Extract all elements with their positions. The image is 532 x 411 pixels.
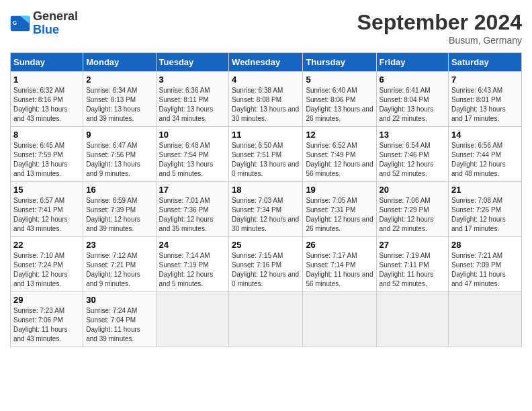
calendar-cell — [229, 292, 303, 347]
svg-text:G: G — [13, 19, 17, 26]
day-info: Sunrise: 7:01 AMSunset: 7:36 PMDaylight:… — [159, 196, 226, 234]
calendar-table: SundayMondayTuesdayWednesdayThursdayFrid… — [10, 52, 522, 347]
day-info: Sunrise: 7:24 AMSunset: 7:04 PMDaylight:… — [86, 306, 152, 344]
day-number: 27 — [380, 240, 446, 250]
calendar-cell: 14Sunrise: 6:56 AMSunset: 7:44 PMDayligh… — [449, 127, 522, 182]
day-number: 3 — [159, 75, 226, 85]
calendar-cell: 4Sunrise: 6:38 AMSunset: 8:08 PMDaylight… — [229, 72, 303, 127]
calendar-cell: 26Sunrise: 7:17 AMSunset: 7:14 PMDayligh… — [303, 237, 376, 292]
calendar-cell: 19Sunrise: 7:05 AMSunset: 7:31 PMDayligh… — [303, 182, 376, 237]
day-info: Sunrise: 6:43 AMSunset: 8:01 PMDaylight:… — [451, 86, 519, 124]
calendar-header-row: SundayMondayTuesdayWednesdayThursdayFrid… — [11, 53, 522, 72]
day-info: Sunrise: 6:40 AMSunset: 8:06 PMDaylight:… — [306, 86, 373, 124]
calendar-week-row: 15Sunrise: 6:57 AMSunset: 7:41 PMDayligh… — [11, 182, 522, 237]
day-info: Sunrise: 7:10 AMSunset: 7:24 PMDaylight:… — [13, 251, 80, 289]
day-info: Sunrise: 7:06 AMSunset: 7:29 PMDaylight:… — [380, 196, 446, 234]
day-number: 9 — [86, 130, 152, 140]
calendar-cell: 3Sunrise: 6:36 AMSunset: 8:11 PMDaylight… — [156, 72, 229, 127]
day-number: 11 — [232, 130, 300, 140]
day-info: Sunrise: 6:50 AMSunset: 7:51 PMDaylight:… — [232, 141, 300, 179]
day-info: Sunrise: 6:34 AMSunset: 8:13 PMDaylight:… — [86, 86, 152, 124]
day-info: Sunrise: 7:05 AMSunset: 7:31 PMDaylight:… — [306, 196, 373, 234]
day-number: 25 — [232, 240, 300, 250]
calendar-cell — [376, 292, 449, 347]
day-info: Sunrise: 6:38 AMSunset: 8:08 PMDaylight:… — [232, 86, 300, 124]
day-number: 20 — [380, 185, 446, 195]
day-number: 15 — [13, 185, 80, 195]
day-info: Sunrise: 6:48 AMSunset: 7:54 PMDaylight:… — [159, 141, 226, 179]
month-title: September 2024 — [357, 10, 522, 35]
day-number: 12 — [306, 130, 373, 140]
calendar-cell — [449, 292, 522, 347]
day-number: 17 — [159, 185, 226, 195]
day-number: 29 — [13, 295, 80, 305]
calendar-cell: 2Sunrise: 6:34 AMSunset: 8:13 PMDaylight… — [83, 72, 156, 127]
day-number: 7 — [451, 75, 519, 85]
calendar-cell — [303, 292, 376, 347]
calendar-cell: 16Sunrise: 6:59 AMSunset: 7:39 PMDayligh… — [83, 182, 156, 237]
calendar-cell: 30Sunrise: 7:24 AMSunset: 7:04 PMDayligh… — [83, 292, 156, 347]
logo-general: General — [33, 10, 78, 24]
calendar-cell: 12Sunrise: 6:52 AMSunset: 7:49 PMDayligh… — [303, 127, 376, 182]
weekday-header: Saturday — [449, 53, 522, 72]
calendar-cell: 7Sunrise: 6:43 AMSunset: 8:01 PMDaylight… — [449, 72, 522, 127]
weekday-header: Thursday — [303, 53, 376, 72]
calendar-cell: 23Sunrise: 7:12 AMSunset: 7:21 PMDayligh… — [83, 237, 156, 292]
page-header: G General Blue September 2024 Busum, Ger… — [10, 10, 522, 46]
day-info: Sunrise: 7:12 AMSunset: 7:21 PMDaylight:… — [86, 251, 152, 289]
calendar-week-row: 22Sunrise: 7:10 AMSunset: 7:24 PMDayligh… — [11, 237, 522, 292]
day-info: Sunrise: 6:36 AMSunset: 8:11 PMDaylight:… — [159, 86, 226, 124]
location: Busum, Germany — [357, 35, 522, 46]
logo-icon: G — [10, 13, 30, 34]
day-number: 24 — [159, 240, 226, 250]
day-info: Sunrise: 6:59 AMSunset: 7:39 PMDaylight:… — [86, 196, 152, 234]
day-info: Sunrise: 7:23 AMSunset: 7:06 PMDaylight:… — [13, 306, 80, 344]
day-info: Sunrise: 7:14 AMSunset: 7:19 PMDaylight:… — [159, 251, 226, 289]
weekday-header: Tuesday — [156, 53, 229, 72]
calendar-cell: 8Sunrise: 6:45 AMSunset: 7:59 PMDaylight… — [11, 127, 83, 182]
day-info: Sunrise: 6:56 AMSunset: 7:44 PMDaylight:… — [451, 141, 519, 179]
weekday-header: Sunday — [11, 53, 83, 72]
day-info: Sunrise: 6:54 AMSunset: 7:46 PMDaylight:… — [380, 141, 446, 179]
calendar-cell: 25Sunrise: 7:15 AMSunset: 7:16 PMDayligh… — [229, 237, 303, 292]
logo-blue: Blue — [33, 24, 78, 37]
day-info: Sunrise: 7:21 AMSunset: 7:09 PMDaylight:… — [451, 251, 519, 289]
day-number: 13 — [380, 130, 446, 140]
day-number: 26 — [306, 240, 373, 250]
calendar-cell: 10Sunrise: 6:48 AMSunset: 7:54 PMDayligh… — [156, 127, 229, 182]
calendar-cell: 28Sunrise: 7:21 AMSunset: 7:09 PMDayligh… — [449, 237, 522, 292]
logo-text: General Blue — [33, 10, 78, 37]
calendar-week-row: 8Sunrise: 6:45 AMSunset: 7:59 PMDaylight… — [11, 127, 522, 182]
calendar-cell: 29Sunrise: 7:23 AMSunset: 7:06 PMDayligh… — [11, 292, 83, 347]
title-section: September 2024 Busum, Germany — [357, 10, 522, 46]
day-info: Sunrise: 7:17 AMSunset: 7:14 PMDaylight:… — [306, 251, 373, 289]
calendar-cell: 22Sunrise: 7:10 AMSunset: 7:24 PMDayligh… — [11, 237, 83, 292]
day-number: 5 — [306, 75, 373, 85]
calendar-cell: 20Sunrise: 7:06 AMSunset: 7:29 PMDayligh… — [376, 182, 449, 237]
day-number: 21 — [451, 185, 519, 195]
day-number: 1 — [13, 75, 80, 85]
day-number: 16 — [86, 185, 152, 195]
day-number: 30 — [86, 295, 152, 305]
day-number: 23 — [86, 240, 152, 250]
day-number: 2 — [86, 75, 152, 85]
day-info: Sunrise: 6:32 AMSunset: 8:16 PMDaylight:… — [13, 86, 80, 124]
day-number: 8 — [13, 130, 80, 140]
day-number: 22 — [13, 240, 80, 250]
calendar-cell: 13Sunrise: 6:54 AMSunset: 7:46 PMDayligh… — [376, 127, 449, 182]
day-number: 10 — [159, 130, 226, 140]
day-info: Sunrise: 6:47 AMSunset: 7:56 PMDaylight:… — [86, 141, 152, 179]
day-number: 14 — [451, 130, 519, 140]
day-info: Sunrise: 7:15 AMSunset: 7:16 PMDaylight:… — [232, 251, 300, 289]
weekday-header: Friday — [376, 53, 449, 72]
day-number: 28 — [451, 240, 519, 250]
day-info: Sunrise: 7:03 AMSunset: 7:34 PMDaylight:… — [232, 196, 300, 234]
calendar-cell: 15Sunrise: 6:57 AMSunset: 7:41 PMDayligh… — [11, 182, 83, 237]
calendar-cell: 6Sunrise: 6:41 AMSunset: 8:04 PMDaylight… — [376, 72, 449, 127]
calendar-cell: 24Sunrise: 7:14 AMSunset: 7:19 PMDayligh… — [156, 237, 229, 292]
day-info: Sunrise: 6:45 AMSunset: 7:59 PMDaylight:… — [13, 141, 80, 179]
day-info: Sunrise: 6:57 AMSunset: 7:41 PMDaylight:… — [13, 196, 80, 234]
calendar-week-row: 29Sunrise: 7:23 AMSunset: 7:06 PMDayligh… — [11, 292, 522, 347]
calendar-cell — [156, 292, 229, 347]
weekday-header: Monday — [83, 53, 156, 72]
